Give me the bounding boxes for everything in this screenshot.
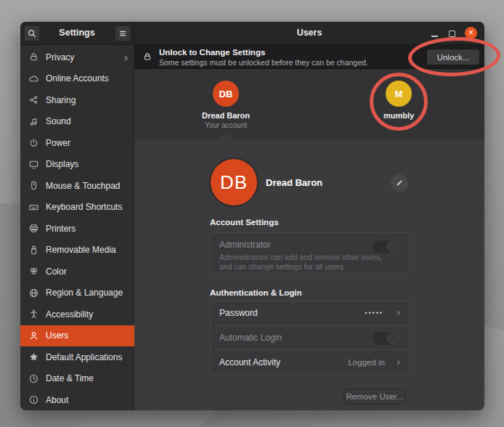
- account-activity-label: Account Activity: [219, 357, 280, 367]
- close-button[interactable]: ×: [465, 27, 477, 39]
- sidebar-item-users[interactable]: Users: [20, 325, 134, 347]
- star-icon: [28, 351, 39, 362]
- headerbar-left: Settings: [20, 22, 134, 45]
- sidebar-item-displays[interactable]: Displays: [20, 154, 134, 176]
- sidebar-item-default-applications[interactable]: Default Applications: [20, 346, 134, 368]
- share-icon: [28, 94, 39, 105]
- chevron-right-icon: ›: [124, 52, 128, 62]
- sidebar-item-about[interactable]: About: [20, 389, 134, 410]
- administrator-description: Administrators can add and remove other …: [219, 253, 383, 271]
- menu-button[interactable]: [115, 26, 130, 41]
- user-name: Dread Baron: [182, 111, 269, 120]
- user-name: mumbly: [355, 111, 442, 120]
- music-note-icon: [28, 116, 39, 127]
- person-icon: [28, 330, 39, 341]
- sidebar-item-region-language[interactable]: Region & Language: [20, 282, 134, 304]
- authentication-card: Password ••••• › Automatic Login Account…: [210, 301, 410, 375]
- password-row[interactable]: Password ••••• ›: [211, 301, 410, 326]
- automatic-login-toggle[interactable]: [371, 331, 400, 346]
- sidebar-item-date-time[interactable]: Date & Time: [20, 368, 134, 390]
- lock-icon: [28, 52, 39, 62]
- toggle-knob: [387, 241, 399, 253]
- panel-title: Users: [134, 22, 484, 44]
- minimize-button[interactable]: [431, 36, 438, 37]
- carousel-user-dread-baron[interactable]: DB Dread Baron Your account: [182, 81, 269, 129]
- password-dots: •••••: [365, 309, 383, 317]
- chevron-right-icon: ›: [397, 307, 400, 319]
- unlock-button[interactable]: Unlock...: [426, 49, 480, 65]
- users-panel: Unlock to Change Settings Some settings …: [134, 45, 484, 410]
- edit-name-button[interactable]: [391, 174, 408, 192]
- account-activity-row[interactable]: Account Activity Logged in ›: [211, 350, 410, 374]
- sidebar-item-keyboard-shortcuts[interactable]: Keyboard Shortcuts: [20, 197, 134, 219]
- pencil-icon: [395, 179, 404, 187]
- sidebar-item-sharing[interactable]: Sharing: [20, 89, 134, 111]
- sidebar-item-removable-media[interactable]: Removable Media: [20, 240, 134, 261]
- sidebar-item-mouse-touchpad[interactable]: Mouse & Touchpad: [20, 175, 134, 197]
- sidebar-item-privacy[interactable]: Privacy ›: [20, 46, 134, 68]
- administrator-label: Administrator: [219, 240, 271, 250]
- clock-icon: [28, 373, 39, 384]
- chevron-right-icon: ›: [397, 356, 400, 367]
- mouse-icon: [28, 180, 39, 191]
- avatar: M: [386, 81, 412, 107]
- headerbar: Settings Users ×: [20, 22, 484, 45]
- cloud-icon: [28, 73, 39, 84]
- carousel-user-mumbly[interactable]: M mumbly: [355, 81, 442, 120]
- remove-user-button[interactable]: Remove User...: [344, 389, 406, 404]
- sidebar-item-accessibility[interactable]: Accessibility: [20, 304, 134, 325]
- user-carousel: DB Dread Baron Your account M mumbly: [134, 69, 484, 139]
- globe-icon: [28, 288, 39, 298]
- sidebar-item-color[interactable]: Color: [20, 261, 134, 282]
- keyboard-icon: [28, 202, 39, 213]
- account-settings-heading: Account Settings: [210, 218, 279, 227]
- settings-window: Settings Users × Privacy › Online Accoun…: [20, 22, 484, 410]
- password-label: Password: [219, 308, 258, 318]
- sidebar-item-online-accounts[interactable]: Online Accounts: [20, 68, 134, 90]
- user-detail: DB Dread Baron Account Settings Administ…: [134, 139, 484, 410]
- display-icon: [28, 159, 39, 170]
- automatic-login-label: Automatic Login: [219, 333, 282, 343]
- unlock-banner: Unlock to Change Settings Some settings …: [134, 45, 484, 69]
- flash-drive-icon: [28, 245, 39, 256]
- selected-user-pointer: [218, 134, 234, 139]
- toggle-knob: [387, 333, 399, 344]
- unlock-banner-title: Unlock to Change Settings: [159, 48, 265, 57]
- account-activity-value: Logged in: [348, 358, 385, 367]
- maximize-button[interactable]: [449, 30, 455, 37]
- account-settings-card: Administrator Administrators can add and…: [210, 232, 410, 274]
- accessibility-icon: [28, 309, 39, 320]
- unlock-banner-subtitle: Some settings must be unlocked before th…: [159, 58, 368, 67]
- authentication-heading: Authentication & Login: [210, 288, 301, 297]
- hamburger-icon: [118, 28, 128, 38]
- automatic-login-row: Automatic Login: [211, 326, 410, 351]
- detail-user-name: Dread Baron: [266, 177, 322, 188]
- headerbar-right: Users: [134, 22, 484, 45]
- sidebar-item-power[interactable]: Power: [20, 132, 134, 154]
- printer-icon: [28, 223, 39, 234]
- avatar: DB: [213, 81, 239, 107]
- avatar: DB: [211, 159, 257, 206]
- color-icon: [28, 266, 39, 277]
- info-icon: [28, 394, 39, 405]
- user-subtitle: Your account: [182, 121, 269, 129]
- sidebar-item-sound[interactable]: Sound: [20, 111, 134, 133]
- lock-icon: [142, 52, 153, 62]
- power-icon: [28, 137, 39, 148]
- sidebar: Privacy › Online Accounts Sharing Sound …: [20, 45, 134, 410]
- administrator-toggle[interactable]: [371, 240, 400, 254]
- sidebar-item-printers[interactable]: Printers: [20, 218, 134, 240]
